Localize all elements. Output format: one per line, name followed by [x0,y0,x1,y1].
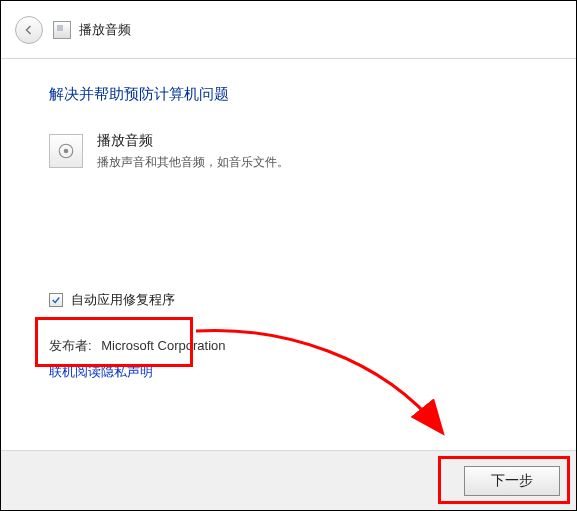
content-area: 解决并帮助预防计算机问题 播放音频 播放声音和其他音频，如音乐文件。 自动应用修… [1,59,576,449]
footer: 下一步 [1,450,576,510]
title-bar: 播放音频 [1,1,576,59]
app-icon [53,21,71,39]
auto-fix-label: 自动应用修复程序 [71,291,175,309]
troubleshoot-item: 播放音频 播放声音和其他音频，如音乐文件。 [49,132,528,171]
item-description: 播放声音和其他音频，如音乐文件。 [97,154,289,171]
publisher-label: 发布者: [49,338,92,353]
check-icon [51,295,61,305]
auto-fix-checkbox[interactable] [49,293,63,307]
privacy-link[interactable]: 联机阅读隐私声明 [49,363,153,381]
window-title: 播放音频 [79,21,131,39]
svg-point-1 [64,149,69,154]
next-button[interactable]: 下一步 [464,466,560,496]
item-title: 播放音频 [97,132,289,150]
auto-fix-row: 自动应用修复程序 [49,291,528,309]
next-button-label: 下一步 [491,472,533,490]
arrow-left-icon [23,24,35,36]
back-button[interactable] [15,16,43,44]
publisher-row: 发布者: Microsoft Corporation [49,337,528,355]
publisher-value: Microsoft Corporation [101,338,225,353]
page-heading: 解决并帮助预防计算机问题 [49,85,528,104]
speaker-icon [49,134,83,168]
